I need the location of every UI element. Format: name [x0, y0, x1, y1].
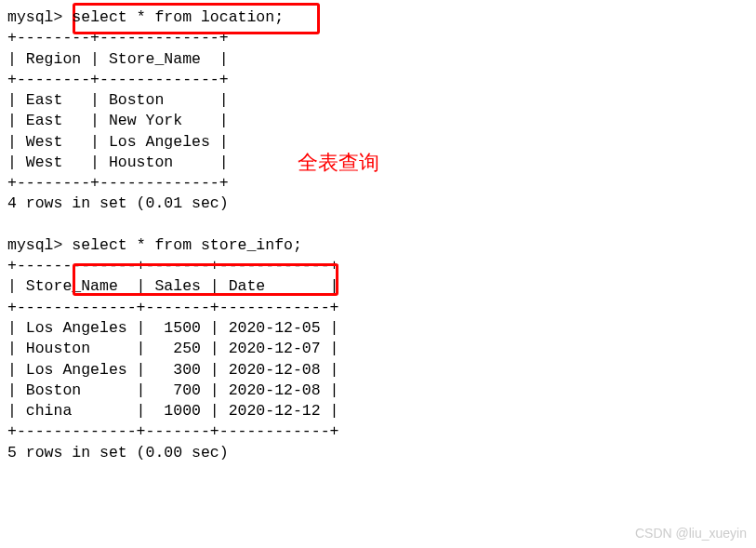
table2-header: | Store_Name | Sales | Date |	[7, 276, 749, 297]
table1-row: | East | Boston |	[7, 90, 749, 111]
table2-row: | china | 1000 | 2020-12-12 |	[7, 401, 749, 421]
query2-line: mysql> select * from store_info;	[7, 235, 749, 256]
query2-sql: select * from store_info;	[72, 236, 302, 254]
table2-border-bot: +-------------+-------+------------+	[7, 421, 749, 442]
table2-border-top: +-------------+-------+------------+	[7, 256, 749, 276]
table2-row: | Boston | 700 | 2020-12-08 |	[7, 381, 749, 401]
query1-line: mysql> select * from location;	[7, 7, 749, 28]
query1-sql: select * from location;	[72, 8, 284, 26]
query2-footer: 5 rows in set (0.00 sec)	[7, 443, 749, 463]
table2-border-mid: +-------------+-------+------------+	[7, 298, 749, 318]
table1-row: | East | New York |	[7, 111, 749, 131]
table1-header: | Region | Store_Name |	[7, 49, 749, 70]
table2-row: | Houston | 250 | 2020-12-07 |	[7, 339, 749, 359]
table2-row: | Los Angeles | 300 | 2020-12-08 |	[7, 360, 749, 381]
table1-border-top: +--------+-------------+	[7, 28, 749, 48]
annotation-label: 全表查询	[298, 149, 379, 177]
table2-row: | Los Angeles | 1500 | 2020-12-05 |	[7, 318, 749, 339]
blank-line	[7, 215, 749, 235]
watermark: CSDN @liu_xueyin	[635, 525, 747, 542]
table1-border-mid: +--------+-------------+	[7, 70, 749, 90]
query1-footer: 4 rows in set (0.01 sec)	[7, 194, 749, 214]
mysql-prompt: mysql>	[7, 8, 62, 26]
mysql-prompt: mysql>	[7, 236, 62, 254]
